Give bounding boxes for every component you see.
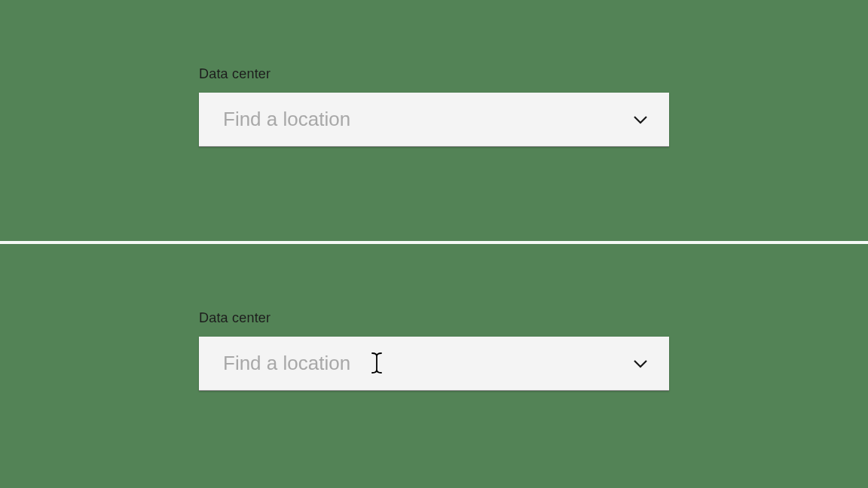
data-center-label: Data center bbox=[199, 66, 669, 82]
example-canvas: Data center Data center bbox=[0, 0, 868, 488]
data-center-field: Data center bbox=[199, 66, 669, 147]
data-center-combobox[interactable] bbox=[199, 93, 669, 147]
data-center-field-hover: Data center bbox=[199, 310, 669, 391]
chevron-down-icon[interactable] bbox=[631, 111, 649, 129]
data-center-input[interactable] bbox=[199, 93, 669, 146]
state-default: Data center bbox=[0, 0, 868, 244]
data-center-combobox-hover[interactable] bbox=[199, 337, 669, 391]
data-center-input-hover[interactable] bbox=[199, 337, 669, 390]
data-center-label-hover: Data center bbox=[199, 310, 669, 326]
chevron-down-icon[interactable] bbox=[631, 355, 649, 373]
state-hover: Data center bbox=[0, 244, 868, 488]
